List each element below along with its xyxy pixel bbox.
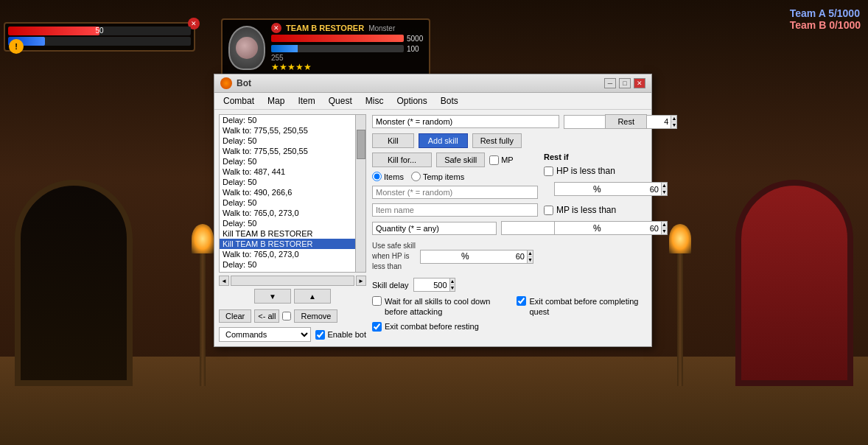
all-button[interactable]: <- all	[254, 309, 279, 323]
command-list-item-0[interactable]: Delay: 50	[220, 115, 365, 125]
skill-num-down[interactable]: ▼	[671, 122, 676, 128]
hp-pct-input[interactable]	[554, 182, 662, 196]
command-list-item-10[interactable]: Delay: 50	[220, 218, 365, 228]
mp-checkbox[interactable]	[489, 155, 499, 165]
mp-pct-input[interactable]	[554, 221, 662, 235]
rest-conditions: Rest if HP is less than ▲ ▼	[544, 153, 647, 292]
kill-add-row: Kill Add skill Rest fully	[372, 133, 647, 148]
remove-button[interactable]: Remove	[294, 309, 337, 323]
menu-misc[interactable]: Misc	[360, 94, 390, 108]
command-list-item-8[interactable]: Delay: 50	[220, 197, 365, 208]
player-hp-bar: 50	[8, 27, 191, 35]
kill-section: ▲ ▼ Rest	[372, 114, 647, 129]
menu-item[interactable]: Item	[292, 94, 321, 108]
player-hud: ✕ 50 !	[4, 22, 195, 52]
monster-close-btn[interactable]: ✕	[271, 23, 281, 33]
monster-num: 255	[271, 54, 423, 62]
command-list-item-5[interactable]: Walk to: 487, 441	[220, 167, 365, 177]
quantity-input[interactable]	[372, 222, 497, 235]
items-radio-item: Items	[372, 172, 404, 181]
command-list-item-4[interactable]: Delay: 50	[220, 156, 365, 167]
exit-combat-quest-checkbox[interactable]	[517, 296, 526, 306]
safe-hp-spinner: ▲ ▼	[420, 250, 457, 264]
wait-skills-checkbox[interactable]	[372, 296, 382, 306]
mp-pct-down[interactable]: ▼	[662, 228, 667, 234]
skill-delay-up[interactable]: ▲	[450, 278, 455, 285]
monster-mp-value: 100	[407, 45, 419, 53]
menu-options[interactable]: Options	[391, 94, 433, 108]
menu-quest[interactable]: Quest	[323, 94, 358, 108]
monster-hp-bar	[271, 35, 404, 42]
skill-num-up[interactable]: ▲	[671, 116, 676, 122]
dialog-title: Bot	[237, 78, 251, 88]
arch-left	[15, 180, 133, 386]
bot-dialog: Bot ─ □ ✕ Combat Map Item Quest Misc Opt…	[214, 74, 652, 347]
safe-skill-button[interactable]: Safe skill	[436, 153, 485, 167]
hp-less-than-label: HP is less than	[556, 166, 615, 176]
command-list-item-15[interactable]: Kill TEAM B RESTORER	[220, 270, 365, 273]
menu-bots[interactable]: Bots	[435, 94, 464, 108]
all-checkbox[interactable]	[282, 312, 291, 320]
command-list-item-12[interactable]: Kill TEAM B RESTORER	[220, 239, 365, 249]
command-list-item-2[interactable]: Delay: 50	[220, 136, 365, 146]
monster-mp-bar	[271, 45, 404, 52]
horiz-scroll-track[interactable]	[231, 276, 354, 286]
mp-condition-checkbox[interactable]	[544, 206, 553, 215]
mp-pct-row: ▲ ▼ %	[554, 221, 647, 235]
hp-pct-spinner: ▲ ▼	[554, 182, 591, 196]
dialog-close-btn[interactable]: ✕	[634, 78, 645, 88]
kill-for-button[interactable]: Kill for...	[372, 153, 432, 167]
command-list-item-11[interactable]: Kill TEAM B RESTORER	[220, 228, 365, 239]
command-list-item-1[interactable]: Walk to: 775,55, 250,55	[220, 125, 365, 136]
lamp-right	[669, 224, 691, 386]
vert-scroll-arrows: ▼ ▲	[219, 289, 366, 304]
command-list-container: Delay: 50Walk to: 775,55, 250,55Delay: 5…	[219, 114, 366, 273]
safe-hp-up[interactable]: ▲	[528, 250, 533, 257]
exit-combat-rest-checkbox[interactable]	[372, 322, 382, 332]
scroll-up-btn[interactable]: ▲	[294, 289, 331, 304]
command-list-item-9[interactable]: Walk to: 765,0, 273,0	[220, 208, 365, 218]
scroll-right-btn[interactable]: ►	[356, 276, 366, 286]
item-name-input[interactable]	[372, 203, 538, 217]
command-list-item-7[interactable]: Walk to: 490, 266,6	[220, 187, 365, 197]
list-scrollbar[interactable]	[355, 115, 365, 272]
dialog-maximize-btn[interactable]: □	[619, 78, 631, 88]
items-radio[interactable]	[372, 172, 382, 181]
safe-hp-pct-label: %	[461, 251, 469, 262]
monster-name-input[interactable]	[372, 186, 538, 199]
add-skill-button[interactable]: Add skill	[419, 133, 468, 148]
temp-items-radio[interactable]	[411, 172, 421, 181]
bottom-checkboxes: Wait for all skills to cool down before …	[372, 296, 647, 318]
skill-delay-input[interactable]	[413, 278, 450, 292]
command-list: Delay: 50Walk to: 775,55, 250,55Delay: 5…	[220, 115, 365, 273]
kill-button[interactable]: Kill	[372, 133, 414, 148]
enable-bot-checkbox[interactable]	[315, 330, 325, 340]
scroll-down-btn[interactable]: ▼	[254, 289, 291, 304]
safe-hp-input[interactable]	[420, 250, 528, 264]
menu-combat[interactable]: Combat	[217, 94, 260, 108]
monster-name: TEAM B RESTORER	[286, 24, 364, 32]
hp-pct-up[interactable]: ▲	[662, 183, 667, 189]
clear-button[interactable]: Clear	[219, 309, 251, 323]
dialog-titlebar: Bot ─ □ ✕	[214, 74, 651, 93]
hp-pct-down[interactable]: ▼	[662, 189, 667, 195]
command-list-item-3[interactable]: Walk to: 775,55, 250,55	[220, 146, 365, 156]
rest-button[interactable]: Rest	[605, 114, 647, 129]
skill-delay-down[interactable]: ▼	[450, 285, 455, 291]
scroll-left-btn[interactable]: ◄	[219, 276, 229, 286]
monster-input[interactable]	[372, 115, 559, 128]
command-list-item-13[interactable]: Walk to: 765,0, 273,0	[220, 249, 365, 259]
menu-map[interactable]: Map	[262, 94, 290, 108]
safe-hp-down[interactable]: ▼	[528, 257, 533, 263]
hp-condition-checkbox[interactable]	[544, 167, 553, 176]
menu-bar: Combat Map Item Quest Misc Options Bots	[214, 93, 651, 110]
command-list-item-6[interactable]: Delay: 50	[220, 177, 365, 187]
wait-skills-label: Wait for all skills to cool down before …	[385, 296, 509, 318]
mp-pct-spinner: ▲ ▼	[554, 221, 591, 235]
items-row: Items Temp items	[372, 172, 538, 181]
rest-fully-button[interactable]: Rest fully	[472, 133, 522, 148]
mp-pct-up[interactable]: ▲	[662, 222, 667, 228]
dialog-minimize-btn[interactable]: ─	[604, 78, 616, 88]
command-list-item-14[interactable]: Delay: 50	[220, 259, 365, 270]
commands-dropdown[interactable]: Commands Walk Kill Delay Rest	[219, 327, 311, 342]
